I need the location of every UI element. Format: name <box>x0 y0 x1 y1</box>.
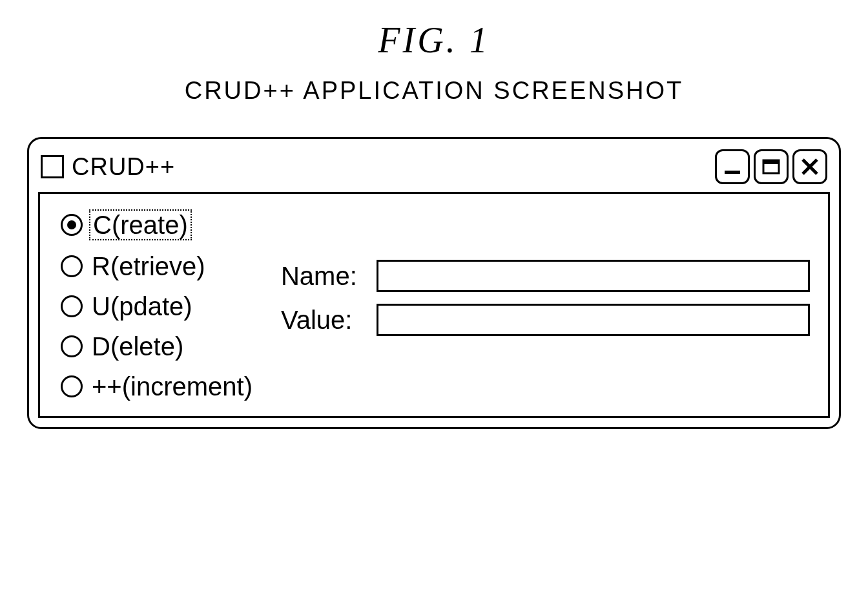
radio-option-2[interactable]: U(pdate) <box>61 292 255 321</box>
radio-icon <box>61 335 83 357</box>
maximize-button[interactable] <box>754 149 789 184</box>
close-button[interactable] <box>792 149 827 184</box>
app-icon <box>41 155 64 178</box>
value-input[interactable] <box>377 304 810 336</box>
figure-caption: CRUD++ APPLICATION SCREENSHOT <box>185 77 684 105</box>
name-row: Name: <box>281 260 810 292</box>
radio-option-0[interactable]: C(reate) <box>61 209 255 240</box>
radio-label: U(pdate) <box>89 292 195 321</box>
svg-rect-2 <box>763 160 779 164</box>
svg-rect-0 <box>725 171 740 174</box>
name-label: Name: <box>281 262 365 291</box>
radio-label: C(reate) <box>89 209 192 240</box>
app-window: CRUD++ C(reate)R(etriev <box>27 137 841 429</box>
radio-icon <box>61 214 83 236</box>
radio-option-3[interactable]: D(elete) <box>61 332 255 361</box>
minimize-icon <box>722 156 743 177</box>
radio-icon <box>61 295 83 317</box>
name-input[interactable] <box>377 260 810 292</box>
titlebar-left: CRUD++ <box>41 153 175 181</box>
radio-label: D(elete) <box>89 332 186 361</box>
radio-dot-icon <box>67 220 76 229</box>
close-icon <box>800 156 820 177</box>
client-area: C(reate)R(etrieve)U(pdate)D(elete)++(inc… <box>38 192 830 418</box>
radio-option-4[interactable]: ++(increment) <box>61 372 255 401</box>
value-label: Value: <box>281 306 365 335</box>
figure-title: FIG. 1 <box>378 19 490 61</box>
radio-option-1[interactable]: R(etrieve) <box>61 252 255 280</box>
radio-label: ++(increment) <box>89 372 255 401</box>
maximize-icon <box>761 156 781 177</box>
titlebar: CRUD++ <box>38 147 830 192</box>
minimize-button[interactable] <box>715 149 750 184</box>
form-area: Name: Value: <box>281 260 810 336</box>
radio-label: R(etrieve) <box>89 252 208 280</box>
window-controls <box>715 149 827 184</box>
operation-radio-group: C(reate)R(etrieve)U(pdate)D(elete)++(inc… <box>61 209 255 401</box>
radio-icon <box>61 255 83 277</box>
app-title: CRUD++ <box>72 153 175 181</box>
value-row: Value: <box>281 304 810 336</box>
radio-icon <box>61 375 83 397</box>
